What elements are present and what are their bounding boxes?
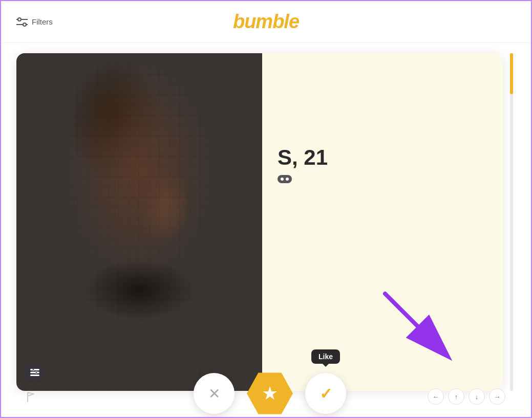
superlike-button[interactable]: ★	[247, 370, 293, 416]
profile-card: S, 21 ✕ ★ Like ✓	[16, 53, 503, 391]
profile-badges-row	[278, 175, 487, 183]
main-content: S, 21 ✕ ★ Like ✓	[1, 43, 531, 418]
star-icon: ★	[262, 383, 278, 404]
filter-icon	[16, 17, 28, 27]
profile-name-age: S, 21	[278, 145, 487, 170]
dislike-icon: ✕	[208, 385, 220, 402]
svg-point-1	[18, 18, 21, 21]
app-logo: bumble	[233, 11, 299, 33]
profile-dots-icon	[278, 175, 292, 183]
svg-point-3	[23, 23, 26, 26]
filters-button[interactable]: Filters	[16, 17, 53, 27]
like-button[interactable]: Like ✓	[305, 373, 346, 414]
photo-image	[16, 53, 262, 391]
profile-info: S, 21	[262, 53, 503, 391]
profile-photo	[16, 53, 262, 391]
scrollbar-thumb[interactable]	[510, 53, 513, 94]
app-header: Filters bumble	[1, 1, 531, 43]
checkmark-icon: ✓	[320, 385, 332, 403]
dislike-button[interactable]: ✕	[194, 373, 235, 414]
scrollbar-track[interactable]	[510, 53, 513, 391]
action-buttons-row: ✕ ★ Like ✓	[16, 370, 503, 416]
filters-label: Filters	[32, 17, 53, 26]
